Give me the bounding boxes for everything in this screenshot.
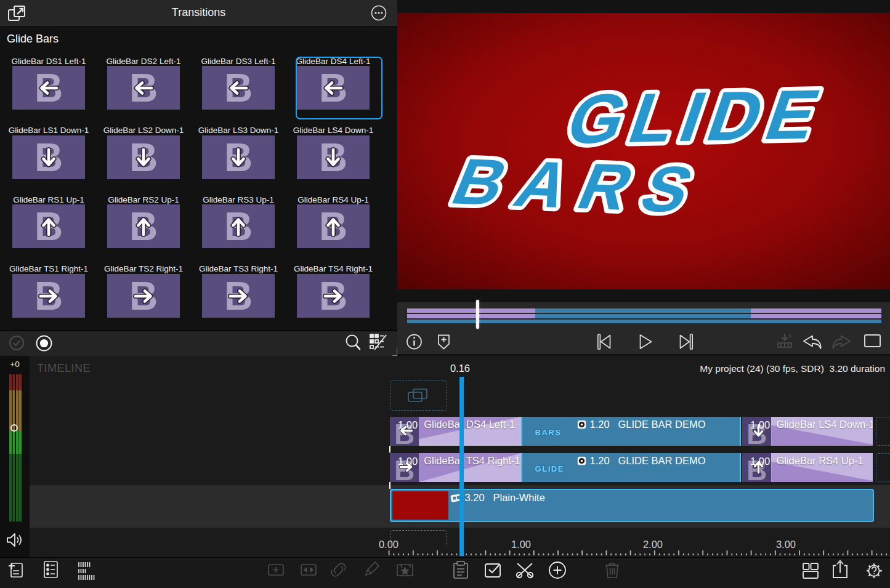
- svg-text:1.00: 1.00: [750, 456, 770, 467]
- svg-text:1.00: 1.00: [398, 419, 418, 430]
- svg-text:1.00: 1.00: [750, 419, 770, 430]
- svg-text:1.00: 1.00: [398, 456, 418, 467]
